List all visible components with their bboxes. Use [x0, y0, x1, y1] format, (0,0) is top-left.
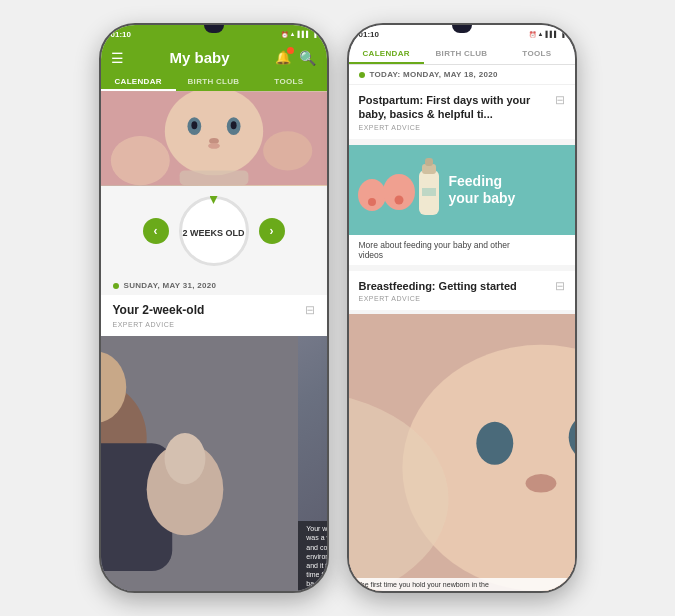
status-icons-1: ⏰ ▲ ▌▌▌ ▐ — [281, 31, 317, 38]
article-tag: EXPERT ADVICE — [113, 321, 315, 328]
breastfeeding-card[interactable]: Breastfeeding: Getting started ⊟ EXPERT … — [349, 271, 575, 314]
svg-point-16 — [165, 433, 206, 484]
signal-icon-2: ▌▌▌ — [545, 31, 558, 37]
svg-rect-24 — [422, 188, 436, 196]
svg-rect-23 — [425, 158, 433, 166]
svg-point-19 — [383, 174, 415, 210]
phone-1: 01:10 ⏰ ▲ ▌▌▌ ▐ ☰ My baby 🔔 🔍 — [99, 23, 329, 593]
breastfeeding-bookmark[interactable]: ⊟ — [555, 279, 565, 293]
svg-point-17 — [358, 179, 386, 211]
breastfeeding-tag: EXPERT ADVICE — [359, 295, 565, 302]
wifi-icon-2: ▲ — [538, 31, 544, 37]
tab-calendar-1[interactable]: CALENDAR — [101, 72, 176, 91]
baby-footer-image: The first time you hold your newborn in … — [349, 314, 575, 591]
status-time-2: 01:10 — [359, 30, 379, 39]
age-indicator — [210, 196, 218, 204]
svg-point-29 — [525, 474, 556, 492]
svg-point-27 — [476, 422, 513, 465]
mother-baby-visual — [101, 336, 299, 591]
notification-badge — [287, 47, 294, 54]
age-label: 2 WEEKS OLD — [182, 228, 244, 238]
svg-point-1 — [164, 91, 262, 175]
tab-birth-club-2[interactable]: BIRTH CLUB — [424, 43, 499, 64]
article-caption: Your womb was a warm and cozy environmen… — [298, 521, 326, 591]
bookmark-icon[interactable]: ⊟ — [305, 303, 315, 317]
postpartum-header: Postpartum: First days with your baby, b… — [359, 93, 565, 122]
alarm-icon-2: ⏰ — [529, 31, 536, 38]
status-icons-2: ⏰ ▲ ▌▌▌ ▐ — [529, 31, 565, 38]
postpartum-tag: EXPERT ADVICE — [359, 124, 565, 131]
today-text: TODAY: MONDAY, MAY 18, 2020 — [370, 70, 498, 79]
article-card-1[interactable]: Your 2-week-old ⊟ EXPERT ADVICE — [101, 295, 327, 336]
tab-tools-1[interactable]: TOOLS — [251, 72, 326, 91]
next-week-button[interactable]: › — [259, 218, 285, 244]
baby-svg — [101, 91, 327, 186]
postpartum-card[interactable]: Postpartum: First days with your baby, b… — [349, 85, 575, 145]
search-icon[interactable]: 🔍 — [299, 50, 316, 66]
breastfeeding-title: Breastfeeding: Getting started — [359, 279, 551, 293]
svg-point-10 — [263, 131, 312, 170]
baby-footer-svg — [349, 314, 575, 591]
age-circle-inner: 2 WEEKS OLD — [182, 222, 244, 240]
notification-icon[interactable]: 🔔 — [275, 50, 291, 65]
feeding-banner[interactable]: Feeding your baby — [349, 145, 575, 235]
postpartum-bookmark[interactable]: ⊟ — [555, 93, 565, 107]
tab-tools-2[interactable]: TOOLS — [499, 43, 574, 64]
breastfeeding-header: Breastfeeding: Getting started ⊟ — [359, 279, 565, 293]
header-right-icons: 🔔 🔍 — [275, 50, 316, 66]
mother-baby-svg — [101, 336, 299, 591]
svg-point-4 — [191, 121, 197, 129]
feeding-icons — [354, 150, 449, 230]
tab-bar-1: CALENDAR BIRTH CLUB TOOLS — [101, 72, 327, 91]
footer-caption: The first time you hold your newborn in … — [349, 578, 575, 591]
battery-icon: ▐ — [312, 31, 316, 37]
header-1: ☰ My baby 🔔 🔍 — [101, 43, 327, 72]
postpartum-title: Postpartum: First days with your baby, b… — [359, 93, 551, 122]
menu-icon[interactable]: ☰ — [111, 50, 124, 66]
svg-point-20 — [394, 195, 403, 204]
prev-week-button[interactable]: ‹ — [143, 218, 169, 244]
alarm-icon: ⏰ — [281, 31, 288, 38]
feeding-banner-text: Feeding your baby — [449, 173, 516, 207]
svg-point-9 — [110, 136, 169, 185]
age-circle: 2 WEEKS OLD — [179, 196, 249, 266]
article-header: Your 2-week-old ⊟ — [113, 303, 315, 319]
phone-2-screen: 01:10 ⏰ ▲ ▌▌▌ ▐ CALENDAR BIRTH CLUB TOOL… — [349, 25, 575, 591]
date-badge: SUNDAY, MAY 31, 2020 — [101, 276, 327, 295]
signal-icon: ▌▌▌ — [297, 31, 310, 37]
svg-point-18 — [368, 198, 376, 206]
tab-birth-club-1[interactable]: BIRTH CLUB — [176, 72, 251, 91]
tab-calendar-2[interactable]: CALENDAR — [349, 43, 424, 64]
feeding-icons-svg — [354, 150, 449, 230]
age-circle-section: ‹ 2 WEEKS OLD › — [101, 186, 327, 276]
date-text: SUNDAY, MAY 31, 2020 — [124, 281, 217, 290]
svg-point-5 — [230, 121, 236, 129]
feeding-caption: More about feeding your baby and other v… — [349, 235, 575, 271]
hero-baby-image — [101, 91, 327, 186]
battery-icon-2: ▐ — [560, 31, 564, 37]
today-bar: TODAY: MONDAY, MAY 18, 2020 — [349, 65, 575, 85]
article-title: Your 2-week-old — [113, 303, 301, 319]
svg-rect-8 — [179, 170, 248, 185]
date-dot — [113, 283, 119, 289]
phone-1-screen: 01:10 ⏰ ▲ ▌▌▌ ▐ ☰ My baby 🔔 🔍 — [101, 25, 327, 591]
wifi-icon: ▲ — [290, 31, 296, 37]
svg-point-7 — [208, 143, 220, 149]
status-time-1: 01:10 — [111, 30, 131, 39]
phone-2: 01:10 ⏰ ▲ ▌▌▌ ▐ CALENDAR BIRTH CLUB TOOL… — [347, 23, 577, 593]
article-image-1: Your womb was a warm and cozy environmen… — [101, 336, 327, 591]
tab-bar-2: CALENDAR BIRTH CLUB TOOLS — [349, 43, 575, 65]
app-title: My baby — [169, 49, 229, 66]
today-dot — [359, 72, 365, 78]
